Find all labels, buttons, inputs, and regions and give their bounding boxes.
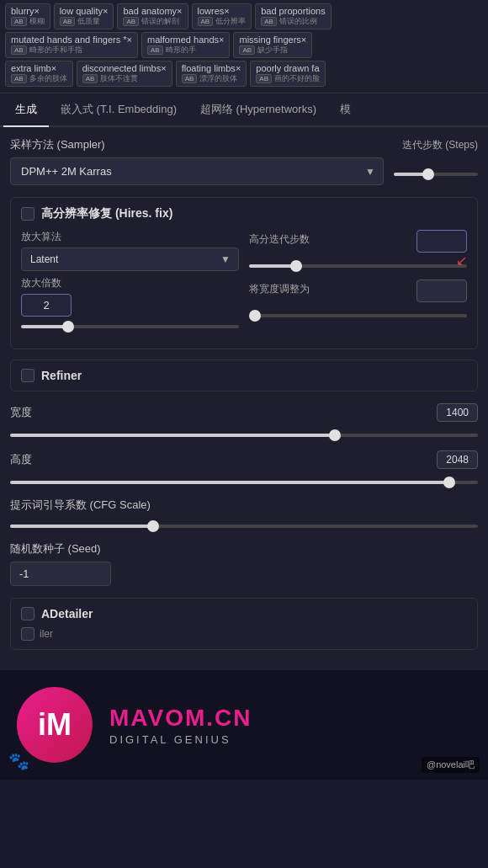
steps-label: 迭代步数 (Steps) bbox=[402, 138, 478, 152]
close-icon[interactable]: × bbox=[127, 35, 132, 45]
refiner-checkbox[interactable] bbox=[21, 369, 34, 382]
cursor-arrow-icon: ↙ bbox=[456, 253, 467, 269]
hires-section: 高分辨率修复 (Hires. fix) 放大算法 Latent ▼ 放大倍数 bbox=[10, 197, 478, 349]
watermark-tagline: DIGITAL GENIUS bbox=[109, 733, 252, 746]
tag-lowres[interactable]: lowres× AB低分辨率 bbox=[192, 3, 252, 29]
width-header: 宽度 1400 bbox=[10, 403, 478, 422]
steps-slider-wrap bbox=[394, 164, 478, 179]
main-content: 采样方法 (Sampler) 迭代步数 (Steps) DPM++ 2M Kar… bbox=[0, 127, 488, 670]
hires-steps-slider-wrap: ↙ bbox=[249, 256, 467, 271]
width-slider[interactable] bbox=[10, 434, 478, 437]
seed-input[interactable] bbox=[10, 562, 111, 586]
tag-extra-limb[interactable]: extra limb× AB多余的肢体 bbox=[5, 61, 73, 87]
upscaler-label: 放大算法 bbox=[21, 230, 239, 244]
height-slider[interactable] bbox=[10, 481, 478, 484]
seed-section: 随机数种子 (Seed) bbox=[10, 541, 478, 586]
height-section: 高度 2048 bbox=[10, 450, 478, 487]
adetailer-checkbox[interactable] bbox=[21, 607, 34, 620]
tab-embedding[interactable]: 嵌入式 (T.I. Embedding) bbox=[49, 93, 188, 127]
tag-row-3: extra limb× AB多余的肢体 disconnected limbs× … bbox=[5, 61, 483, 87]
hires-title: 高分辨率修复 (Hires. fix) bbox=[41, 206, 172, 221]
sampler-steps-row: 采样方法 (Sampler) 迭代步数 (Steps) bbox=[10, 137, 478, 152]
cfg-label: 提示词引导系数 (CFG Scale) bbox=[10, 498, 478, 513]
hires-steps-input[interactable]: 14 bbox=[416, 230, 467, 253]
resize-label: 将宽度调整为 bbox=[249, 282, 310, 296]
novelai-badge: @novelai吧 bbox=[422, 757, 480, 773]
tabs-bar: 生成 嵌入式 (T.I. Embedding) 超网络 (Hypernetwor… bbox=[0, 93, 488, 127]
hires-header: 高分辨率修复 (Hires. fix) bbox=[21, 206, 467, 221]
close-icon[interactable]: × bbox=[103, 6, 108, 16]
tag-poorly-drawn[interactable]: poorly drawn fa AB画的不好的脸 bbox=[250, 61, 326, 87]
tab-model[interactable]: 模 bbox=[328, 93, 353, 127]
upscaler-select[interactable]: Latent bbox=[21, 248, 239, 271]
tag-bad-anatomy[interactable]: bad anatomy× AB错误的解剖 bbox=[117, 3, 188, 29]
close-icon[interactable]: × bbox=[161, 63, 166, 73]
scale-label: 放大倍数 bbox=[21, 276, 239, 290]
hires-params: 放大算法 Latent ▼ 放大倍数 高分迭代 bbox=[21, 230, 467, 332]
tab-hypernetworks[interactable]: 超网络 (Hypernetworks) bbox=[188, 93, 328, 127]
tags-container: blurry× AB模糊 low quality× AB低质量 bad anat… bbox=[0, 0, 488, 93]
watermark-text-block: MAVOM.CN DIGITAL GENIUS bbox=[109, 705, 252, 746]
height-value: 2048 bbox=[437, 450, 478, 469]
height-label: 高度 bbox=[10, 452, 32, 467]
adetailer-header: ADetailer bbox=[21, 607, 467, 620]
cfg-slider[interactable] bbox=[10, 525, 478, 528]
refiner-label: Refiner bbox=[41, 369, 82, 382]
sampler-select[interactable]: DPM++ 2M Karras bbox=[10, 157, 384, 185]
tag-floating-limbs[interactable]: floating limbs× AB漂浮的肢体 bbox=[176, 61, 247, 87]
adetailer-sub-checkbox[interactable] bbox=[21, 627, 34, 641]
tab-generate[interactable]: 生成 bbox=[3, 93, 49, 127]
tag-mutated-hands[interactable]: mutated hands and fingers *× AB畸形的手和手指 bbox=[5, 32, 138, 58]
scale-slider[interactable] bbox=[21, 325, 239, 328]
close-icon[interactable]: × bbox=[224, 6, 229, 16]
sampler-label: 采样方法 (Sampler) bbox=[10, 137, 385, 152]
close-icon[interactable]: × bbox=[219, 35, 224, 45]
steps-group: 高分迭代步数 14 ↙ 将宽度调整为 0 bbox=[249, 230, 467, 332]
adetailer-section: ADetailer iler bbox=[10, 598, 478, 650]
scale-value-input[interactable] bbox=[21, 294, 72, 317]
close-icon[interactable]: × bbox=[236, 63, 241, 73]
tag-row-1: blurry× AB模糊 low quality× AB低质量 bad anat… bbox=[5, 3, 483, 29]
hires-checkbox[interactable] bbox=[21, 207, 34, 221]
steps-slider[interactable] bbox=[394, 173, 478, 176]
resize-value-input[interactable]: 0 bbox=[416, 280, 467, 302]
close-icon[interactable]: × bbox=[301, 35, 306, 45]
upscaler-group: 放大算法 Latent ▼ 放大倍数 bbox=[21, 230, 239, 332]
tag-disconnected-limbs[interactable]: disconnected limbs× AB肢体不连贯 bbox=[77, 61, 172, 87]
close-icon[interactable]: × bbox=[34, 6, 40, 16]
scale-label-row: 放大倍数 bbox=[21, 276, 239, 332]
height-header: 高度 2048 bbox=[10, 450, 478, 469]
width-value: 1400 bbox=[437, 403, 478, 422]
width-section: 宽度 1400 bbox=[10, 403, 478, 440]
upscaler-dropdown-wrap: Latent ▼ bbox=[21, 248, 239, 271]
tag-row-2: mutated hands and fingers *× AB畸形的手和手指 m… bbox=[5, 32, 483, 58]
tag-low-quality[interactable]: low quality× AB低质量 bbox=[54, 3, 114, 29]
sampler-dropdown-wrap: DPM++ 2M Karras ▼ bbox=[10, 157, 384, 185]
width-label: 宽度 bbox=[10, 405, 32, 420]
tag-bad-proportions[interactable]: bad proportions AB错误的比例 bbox=[255, 3, 331, 29]
refiner-section: Refiner bbox=[10, 359, 478, 391]
watermark-site: MAVOM.CN bbox=[109, 705, 252, 732]
hires-steps-slider[interactable] bbox=[249, 264, 467, 268]
close-icon[interactable]: × bbox=[51, 63, 56, 73]
tag-missing-fingers[interactable]: missing fingers× AB缺少手指 bbox=[233, 32, 312, 58]
person-icon: 🐾 bbox=[8, 751, 29, 771]
seed-label: 随机数种子 (Seed) bbox=[10, 541, 478, 556]
watermark-overlay: iM MAVOM.CN DIGITAL GENIUS 🐾 @novelai吧 bbox=[0, 670, 488, 780]
adetailer-sub: iler bbox=[21, 627, 467, 641]
hires-steps-label: 高分迭代步数 bbox=[249, 232, 310, 247]
close-icon[interactable]: × bbox=[177, 6, 182, 16]
adetailer-title: ADetailer bbox=[41, 607, 93, 620]
tag-blurry[interactable]: blurry× AB模糊 bbox=[5, 3, 50, 29]
tag-malformed-hands[interactable]: malformed hands× AB畸形的手 bbox=[141, 32, 230, 58]
resize-slider[interactable] bbox=[249, 314, 467, 317]
cfg-section: 提示词引导系数 (CFG Scale) bbox=[10, 498, 478, 531]
